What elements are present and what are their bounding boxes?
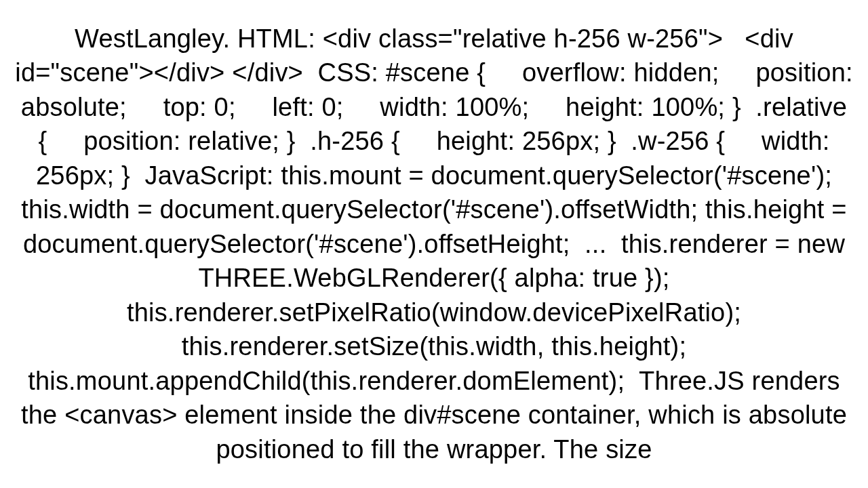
body-text: WestLangley. HTML: <div class="relative …: [14, 22, 854, 467]
document-viewport: WestLangley. HTML: <div class="relative …: [0, 0, 868, 488]
